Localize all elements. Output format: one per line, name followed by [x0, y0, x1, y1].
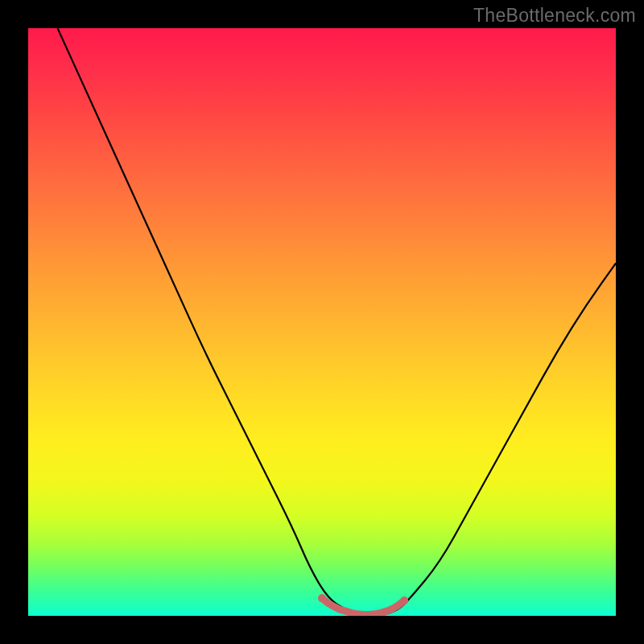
bottleneck-curve — [58, 28, 617, 616]
chart-svg — [28, 28, 616, 616]
plot-area — [28, 28, 616, 616]
watermark-text: TheBottleneck.com — [473, 5, 636, 27]
chart-frame: TheBottleneck.com — [0, 0, 644, 644]
trough-marker — [322, 598, 404, 614]
trough-end-dot — [400, 597, 408, 605]
trough-start-dot — [318, 594, 326, 602]
